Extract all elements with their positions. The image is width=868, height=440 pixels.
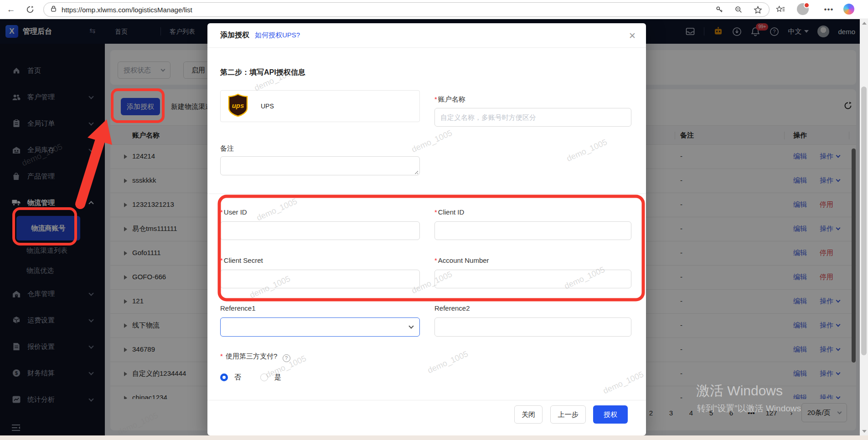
reference1-label: Reference1	[220, 304, 256, 312]
modal-header: 添加授权 如何授权UPS? ✕	[207, 23, 646, 48]
copilot-icon[interactable]	[843, 4, 854, 15]
radio-no-label: 否	[234, 373, 241, 382]
radio-no[interactable]	[220, 373, 228, 381]
back-icon[interactable]: ←	[5, 4, 16, 15]
client-secret-input[interactable]	[220, 270, 420, 288]
modal-title: 添加授权	[220, 31, 249, 40]
lock-icon	[50, 5, 57, 14]
remark-textarea[interactable]	[220, 156, 420, 175]
key-icon[interactable]	[714, 5, 724, 15]
carrier-name: UPS	[261, 102, 274, 110]
section-divider	[207, 194, 646, 194]
account-name-input[interactable]	[434, 108, 631, 127]
windows-activation-line2: 转到“设置”以激活 Windows	[697, 403, 801, 414]
reference1-select[interactable]	[220, 317, 420, 337]
refresh-icon[interactable]	[25, 4, 36, 15]
zoom-out-icon[interactable]	[734, 5, 744, 15]
window-bottom-edge	[0, 435, 868, 440]
favorites-bar-icon[interactable]	[775, 4, 786, 15]
url-text[interactable]: https://omp.xlwms.com/logisticsManage/li…	[62, 6, 705, 14]
client-id-input[interactable]	[434, 221, 631, 240]
reference2-input[interactable]	[434, 317, 631, 337]
account-name-label: 账户名称	[434, 95, 465, 104]
browser-toolbar: ← https://omp.xlwms.com/logisticsManage/…	[0, 0, 868, 19]
user-id-input[interactable]	[220, 221, 420, 240]
favorite-star-icon[interactable]	[753, 5, 763, 15]
svg-text:ups: ups	[232, 102, 244, 109]
profile-avatar[interactable]	[797, 3, 809, 15]
ups-logo: ups	[228, 93, 248, 119]
user-id-label: User ID	[220, 208, 247, 216]
windows-activation-line1: 激活 Windows	[696, 382, 783, 400]
address-bar[interactable]: https://omp.xlwms.com/logisticsManage/li…	[43, 2, 770, 17]
authorize-button[interactable]: 授权	[593, 405, 628, 424]
how-to-auth-link[interactable]: 如何授权UPS?	[255, 31, 300, 40]
client-secret-label: Client Secret	[220, 256, 263, 264]
chevron-down-icon	[408, 323, 413, 328]
screen: ← https://omp.xlwms.com/logisticsManage/…	[0, 0, 868, 440]
close-button[interactable]: 关闭	[514, 405, 542, 424]
scroll-down-arrow[interactable]	[862, 430, 867, 433]
prev-step-button[interactable]: 上一步	[550, 405, 586, 424]
scroll-up-arrow[interactable]	[862, 22, 867, 25]
close-icon[interactable]: ✕	[629, 31, 636, 41]
page-scrollbar[interactable]	[860, 19, 868, 435]
footer-divider	[207, 400, 646, 400]
third-party-label: 使用第三方支付? ?	[220, 352, 290, 362]
more-dots-icon[interactable]: •••	[823, 4, 834, 15]
account-number-label: Account Number	[434, 256, 489, 264]
carrier-card: ups UPS	[220, 90, 420, 122]
page-scrollbar-thumb[interactable]	[861, 87, 867, 355]
remark-label: 备注	[220, 144, 234, 153]
client-id-label: Client ID	[434, 208, 464, 216]
reference2-label: Reference2	[434, 304, 470, 312]
